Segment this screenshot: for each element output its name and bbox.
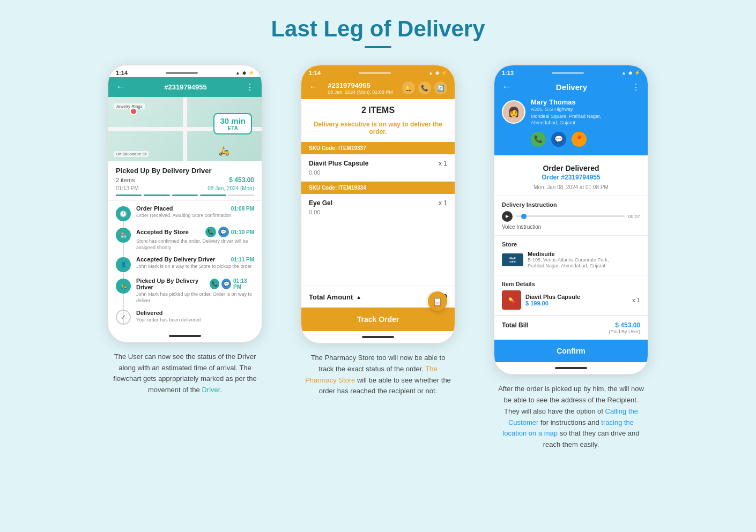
- phone1-status-icons: ▲ ◆ ⚡: [235, 70, 254, 76]
- phone2-header: ← #2319794955 08 Jan, 2024 (Mon), 01:08 …: [301, 77, 455, 99]
- chevron-up-icon: ▲: [356, 294, 361, 300]
- store-call-btn[interactable]: 📞: [205, 227, 216, 237]
- progress-bar: [116, 194, 254, 196]
- phone1-order-num: #2319794955: [125, 83, 246, 91]
- phone2-sku1-label: SKU Code: ITEM19337: [309, 145, 366, 151]
- phone2-spacer: [301, 221, 455, 286]
- phone2-status-icons: ▲ ◆ ⚡: [428, 70, 447, 76]
- phone2-item2-qty: x 1: [439, 199, 447, 207]
- tl-delivered-icon: ✓: [116, 310, 131, 325]
- phone3-store-row: Medisuite Medisuite B-105, Venus Atlanti…: [502, 251, 640, 269]
- phone1-bottom-bar: [108, 330, 262, 342]
- signal-icon: ◆: [242, 70, 246, 76]
- phone2-order-info: #2319794955 08 Jan, 2024 (Mon), 01:08 PM: [328, 81, 393, 95]
- phone2-fab[interactable]: 📋: [428, 291, 447, 311]
- phone2-item1-qty: x 1: [439, 160, 447, 167]
- tl-title-5: Delivered: [136, 310, 163, 316]
- phone2-item1-card: Diavit Plus Capsule x 1 0.00: [301, 154, 455, 182]
- phone1-menu-btn[interactable]: ⋮: [246, 82, 254, 92]
- phone3-action-icons: 📞 💬 📍: [531, 132, 640, 147]
- phone2-sku1: SKU Code: ITEM19337: [301, 142, 455, 154]
- phone3-header-top: ← Delivery ⋮: [502, 81, 640, 93]
- phone3-status-bar: 1:13 ▲ ◆ ⚡: [494, 65, 648, 77]
- tl-desc-4: John Mark has picked up the order. Order…: [136, 291, 254, 304]
- phone2-back-btn[interactable]: ←: [309, 81, 318, 93]
- battery-icon: ⚡: [248, 70, 254, 76]
- tl-content-5: Delivered Your order has been delivered: [136, 310, 254, 324]
- phone3-audio-duration: 00:07: [628, 214, 640, 219]
- driver-call-btn[interactable]: 📞: [210, 279, 219, 289]
- map-label-jewelry: Jewelry Rings: [114, 103, 145, 109]
- phone2-column: 1:14 ▲ ◆ ⚡ ← #2319794955 08 Jan, 2024 (M…: [298, 64, 458, 397]
- driver-msg-btn[interactable]: 💬: [221, 279, 231, 289]
- phone3-play-btn[interactable]: ▶: [502, 211, 513, 222]
- phones-row: 1:14 ▲ ◆ ⚡ ← #2319794955 ⋮: [21, 64, 735, 451]
- phone2-refresh-btn[interactable]: 🔄: [434, 81, 447, 94]
- phone3-delivered-section: Order Delivered Order #2319794955 Mon, J…: [494, 155, 648, 196]
- phone3-bill-note: (Paid By User): [609, 329, 640, 334]
- tl-desc-1: Order Received. Awaiting Store confirmat…: [136, 213, 254, 219]
- phone3-call-btn[interactable]: 📞: [531, 132, 546, 147]
- phone3-store-section-title: Store: [502, 241, 640, 248]
- phone2-item2-row: Eye Gel x 1: [309, 199, 447, 207]
- phone2-track-btn[interactable]: Track Order: [301, 308, 455, 331]
- phone2-item2-card: Eye Gel x 1 0.00: [301, 194, 455, 221]
- timeline-item-1: 🕐 Order Placed 01:08 PM Order Received. …: [116, 205, 254, 221]
- phone3-item1-name: Diavit Plus Capsule: [525, 294, 628, 300]
- phone1-time: 1:14: [116, 70, 128, 76]
- phone3-notch: [552, 72, 584, 74]
- phone3-menu-btn[interactable]: ⋮: [632, 82, 640, 92]
- phone2-home-indicator: [362, 336, 394, 338]
- caption2-highlight: The Pharmacy Store: [305, 365, 438, 384]
- phone2-date: 08 Jan, 2024 (Mon), 01:08 PM: [328, 89, 393, 95]
- eta-label: ETA: [220, 125, 246, 131]
- tl-content-2: Accepted By Store 📞 💬 01:10 PM Store has…: [136, 227, 254, 251]
- phone3-bill-row: Total Bill $ 453.00 (Paid By User): [494, 316, 648, 340]
- tl-title-1: Order Placed: [136, 205, 173, 212]
- phone1-column: 1:14 ▲ ◆ ⚡ ← #2319794955 ⋮: [105, 64, 265, 396]
- phone1-notch: [166, 72, 198, 74]
- phone3-confirm-btn[interactable]: Confirm: [494, 340, 648, 362]
- phone3-map-btn[interactable]: 📍: [572, 132, 587, 147]
- tl-title-2: Accepted By Store: [136, 229, 189, 235]
- timeline-item-2: 🏪 Accepted By Store 📞 💬 01:10 PM Sto: [116, 227, 254, 251]
- phone2-total-text: Total Amount: [309, 293, 353, 301]
- phone3-caption: After the order is picked up by him, the…: [496, 384, 646, 451]
- phone3-bottom-bar: [494, 362, 648, 374]
- tl-content-4: Picked Up By Delivery Driver 📞 💬 01:13 P…: [136, 278, 254, 304]
- progress-seg-3: [172, 194, 198, 196]
- phone3-item1-row: 💊 Diavit Plus Capsule $ 199.00 x 1: [502, 290, 640, 310]
- page-wrapper: Last Leg of Delivery 1:14 ▲ ◆ ⚡ ←: [0, 0, 756, 472]
- phone2-total-label: Total Amount ▲: [309, 293, 361, 301]
- timeline-item-3: 👤 Accepted By Delivery Driver 01:11 PM J…: [116, 256, 254, 272]
- phone3-store-section: Store Medisuite Medisuite B-105, Venus A…: [494, 236, 648, 275]
- progress-seg-4: [200, 194, 226, 196]
- tl-content-1: Order Placed 01:08 PM Order Received. Aw…: [136, 205, 254, 219]
- phone3-store-logo: Medisuite: [502, 253, 523, 266]
- phone2-item2-name: Eye Gel: [309, 199, 332, 207]
- phone1-back-btn[interactable]: ←: [116, 81, 125, 93]
- phone2-header-icons: 🔔 📞 🔄: [402, 81, 447, 94]
- phone3-back-btn[interactable]: ←: [502, 81, 512, 93]
- phone2-time: 1:14: [309, 70, 321, 76]
- phone3-delivered-time: Mon, Jan 08, 2024 at 01:08 PM: [502, 184, 640, 190]
- phone3-msg-btn[interactable]: 💬: [551, 132, 566, 147]
- phone2-item1-price: 0.00: [309, 169, 447, 176]
- phone2-call-btn[interactable]: 📞: [418, 81, 431, 94]
- progress-seg-1: [116, 194, 142, 196]
- phone1-caption: The User can now see the status of the D…: [110, 351, 260, 396]
- pickup-row2: 01:13 PM 08 Jan, 2024 (Mon): [116, 185, 254, 191]
- phone3-progress-dot: [521, 214, 527, 219]
- store-msg-btn[interactable]: 💬: [218, 227, 229, 237]
- wifi-icon: ▲: [235, 70, 240, 76]
- phone3-delivered-title: Order Delivered: [502, 164, 640, 173]
- phone3-voice-label: Voice Instruction: [502, 224, 640, 230]
- tl-desc-2: Store has confirmed the order. Delivery …: [136, 238, 254, 251]
- phone2-notif-btn[interactable]: 🔔: [402, 81, 415, 94]
- phone2-item1-name: Diavit Plus Capsule: [309, 160, 368, 167]
- signal-icon3: ◆: [628, 70, 632, 76]
- tl-title-3: Accepted By Delivery Driver: [136, 256, 215, 263]
- phone3-header: ← Delivery ⋮ 👩 Mary Thomas A305, S.G Hig…: [494, 77, 648, 155]
- phone1-pickup-bar: Picked Up By Delivery Driver 2 items $ 4…: [108, 161, 262, 201]
- tl-title-row-1: Order Placed 01:08 PM: [136, 205, 254, 212]
